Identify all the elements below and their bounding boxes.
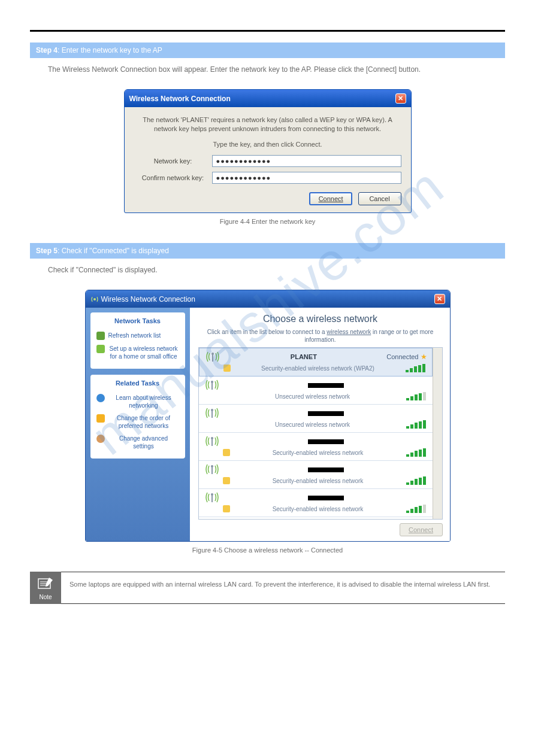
signal-icon bbox=[204, 407, 220, 419]
svg-point-2 bbox=[211, 353, 214, 355]
info-icon bbox=[96, 394, 105, 402]
svg-point-12 bbox=[211, 493, 213, 496]
network-key-input[interactable]: ●●●●●●●●●●●● bbox=[212, 155, 401, 167]
security-label: Security-enabled wireless network bbox=[234, 506, 403, 512]
signal-icon bbox=[204, 463, 220, 475]
step4-body: The Wireless Network Connection box will… bbox=[30, 58, 505, 81]
dialog2-title: Wireless Network Connection bbox=[101, 295, 195, 303]
step5-header: Step 5: Check if "Connected" is displaye… bbox=[30, 243, 505, 259]
security-label: Unsecured wireless network bbox=[223, 421, 403, 428]
svg-point-10 bbox=[211, 465, 213, 467]
ssid-label bbox=[224, 381, 428, 388]
step5-block: Step 5: Check if "Connected" is displaye… bbox=[30, 243, 505, 281]
setup-label: Set up a wireless network for a home or … bbox=[108, 345, 179, 360]
signal-icon bbox=[204, 351, 221, 363]
network-row[interactable]: Security-enabled wireless network bbox=[199, 489, 433, 517]
dialog2-titlebar[interactable]: Wireless Network Connection ✕ bbox=[86, 290, 450, 308]
learn-label: Learn about wireless networking bbox=[108, 394, 179, 409]
scrollbar[interactable] bbox=[433, 348, 442, 519]
note-text: Some laptops are equipped with an intern… bbox=[61, 572, 505, 604]
notepad-icon bbox=[37, 576, 54, 591]
sidebar-item-setup[interactable]: Set up a wireless network for a home or … bbox=[96, 342, 179, 363]
step5-label: Step 5 bbox=[36, 247, 58, 255]
note-block: Note Some laptops are equipped with an i… bbox=[30, 572, 505, 604]
svg-point-8 bbox=[211, 437, 213, 439]
step5-body: Check if "Connected" is displayed. bbox=[30, 259, 505, 281]
connect-button-2[interactable]: Connect bbox=[400, 523, 443, 536]
connected-status: Connected ★ bbox=[386, 353, 427, 361]
step4-block: Step 4: Enter the network key to the AP … bbox=[30, 42, 505, 81]
label-confirm-key: Confirm network key: bbox=[134, 174, 212, 181]
order-label: Change the order of preferred networks bbox=[108, 414, 179, 430]
sidebar-item-order[interactable]: Change the order of preferred networks bbox=[96, 412, 179, 432]
network-row[interactable]: Security-enabled wireless network bbox=[199, 433, 433, 461]
choose-network-hint: Click an item in the list below to conne… bbox=[198, 328, 443, 344]
note-label: Note bbox=[30, 594, 61, 600]
figure-4-5-caption: Figure 4-5 Choose a wireless network -- … bbox=[30, 546, 505, 554]
signal-icon bbox=[204, 379, 220, 391]
wizard-icon bbox=[96, 345, 105, 353]
note-icon: Note bbox=[30, 572, 61, 604]
ssid-label bbox=[224, 409, 428, 417]
network-list[interactable]: PLANETConnected ★Security-enabled wirele… bbox=[198, 347, 443, 520]
svg-rect-7 bbox=[211, 439, 213, 446]
network-row[interactable]: Unsecured wireless network bbox=[199, 377, 433, 405]
refresh-icon bbox=[96, 332, 105, 340]
sidebar: Network Tasks Refresh network list Set u… bbox=[86, 308, 190, 541]
svg-rect-1 bbox=[212, 354, 213, 362]
sidebar-item-advanced[interactable]: Change advanced settings bbox=[96, 432, 179, 453]
strength-bars-icon bbox=[406, 392, 428, 400]
network-row[interactable]: PLANETConnected ★Security-enabled wirele… bbox=[199, 348, 433, 377]
panel-network-tasks: Network Tasks Refresh network list Set u… bbox=[90, 312, 185, 369]
strength-bars-icon bbox=[406, 505, 428, 513]
svg-point-6 bbox=[211, 409, 213, 411]
refresh-label: Refresh network list bbox=[108, 332, 161, 340]
dialog1-title: Wireless Network Connection bbox=[129, 95, 231, 103]
svg-rect-3 bbox=[211, 382, 213, 390]
connect-button[interactable]: Connect bbox=[309, 192, 352, 205]
step4-header: Step 4: Enter the network key to the AP bbox=[30, 42, 505, 58]
close-icon[interactable]: ✕ bbox=[434, 294, 445, 304]
lock-icon bbox=[223, 505, 230, 512]
star-icon bbox=[96, 414, 105, 423]
dialog1-intro2: Type the key, and then click Connect. bbox=[134, 140, 401, 149]
ssid-label bbox=[224, 494, 428, 501]
strength-bars-icon bbox=[406, 364, 427, 372]
strength-bars-icon bbox=[406, 420, 428, 429]
svg-rect-9 bbox=[211, 467, 213, 474]
lock-icon bbox=[223, 477, 230, 484]
dialog1-titlebar[interactable]: Wireless Network Connection ✕ bbox=[125, 90, 411, 107]
sidebar-item-refresh[interactable]: Refresh network list bbox=[96, 329, 179, 342]
confirm-key-input[interactable]: ●●●●●●●●●●●● bbox=[212, 172, 401, 184]
dialog-network-key: Wireless Network Connection ✕ The networ… bbox=[124, 89, 412, 213]
ssid-label bbox=[224, 466, 428, 473]
security-label: Security-enabled wireless network (WPA2) bbox=[234, 365, 402, 372]
gear-icon bbox=[96, 435, 105, 443]
choose-network-heading: Choose a wireless network bbox=[198, 314, 443, 324]
strength-bars-icon bbox=[406, 476, 428, 485]
ssid-label: PLANET bbox=[225, 353, 383, 360]
strength-bars-icon bbox=[406, 448, 428, 457]
cancel-button[interactable]: Cancel bbox=[358, 192, 401, 205]
network-row[interactable]: Security-enabled wireless network bbox=[199, 461, 433, 489]
svg-point-0 bbox=[93, 298, 96, 300]
lock-icon bbox=[223, 449, 230, 456]
panel-related-tasks: Related Tasks Learn about wireless netwo… bbox=[90, 375, 185, 459]
network-row[interactable]: Unsecured wireless network bbox=[199, 405, 433, 433]
figure-4-4: Wireless Network Connection ✕ The networ… bbox=[30, 89, 505, 225]
dialog1-intro1: The network 'PLANET' requires a network … bbox=[134, 116, 401, 134]
star-icon: ★ bbox=[421, 353, 427, 361]
close-icon[interactable]: ✕ bbox=[395, 93, 406, 104]
advanced-label: Change advanced settings bbox=[108, 435, 179, 450]
dialog2-main: Choose a wireless network Click an item … bbox=[190, 308, 450, 541]
ssid-label bbox=[224, 438, 428, 445]
figure-4-4-caption: Figure 4-4 Enter the network key bbox=[30, 218, 505, 225]
label-network-key: Network key: bbox=[134, 157, 212, 165]
network-tasks-title: Network Tasks bbox=[96, 317, 179, 324]
figure-4-5: Wireless Network Connection ✕ Network Ta… bbox=[30, 290, 505, 554]
sidebar-item-learn[interactable]: Learn about wireless networking bbox=[96, 391, 179, 412]
security-label: Security-enabled wireless network bbox=[234, 478, 403, 484]
antenna-icon bbox=[90, 295, 99, 303]
security-label: Security-enabled wireless network bbox=[234, 450, 403, 456]
step4-label: Step 4 bbox=[36, 46, 58, 54]
